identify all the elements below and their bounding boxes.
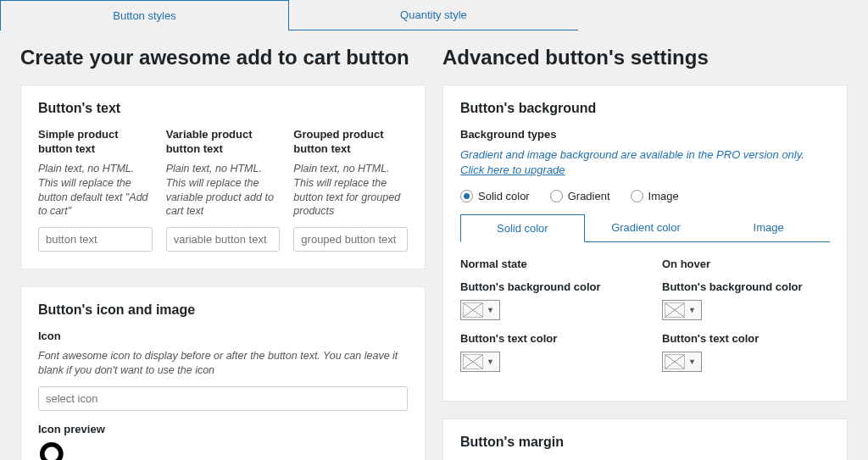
tab-button-styles[interactable]: Button styles	[0, 0, 289, 30]
card-buttons-text: Button's text Simple product button text…	[20, 85, 426, 269]
normal-text-color-picker[interactable]: ▼	[460, 352, 500, 372]
grouped-product-title: Grouped product button text	[293, 128, 408, 157]
hover-bg-color-label: Button's background color	[662, 280, 830, 293]
color-swatch-empty-icon	[665, 354, 685, 369]
magnifier-icon	[38, 441, 70, 460]
card-buttons-background: Button's background Background types Gra…	[442, 85, 848, 402]
background-type-radios: Solid color Gradient Image	[460, 190, 830, 202]
radio-label: Gradient	[568, 190, 610, 202]
normal-bg-color-picker[interactable]: ▼	[460, 300, 500, 320]
card-buttons-icon: Button's icon and image Icon Font awesom…	[20, 286, 426, 460]
svg-point-0	[42, 445, 61, 460]
icon-label: Icon	[38, 330, 408, 342]
radio-icon	[460, 190, 473, 202]
card-title-buttons-margin: Button's margin	[460, 435, 830, 450]
color-swatch-empty-icon	[463, 354, 483, 369]
normal-text-color-label: Button's text color	[460, 332, 628, 345]
grouped-product-desc: Plain text, no HTML. This will replace t…	[293, 162, 408, 219]
background-subtabs: Solid color Gradient color Image	[460, 214, 830, 242]
subtab-solid-color[interactable]: Solid color	[460, 214, 585, 242]
pro-notice: Gradient and image background are availa…	[460, 147, 830, 178]
radio-label: Solid color	[478, 190, 530, 202]
card-title-buttons-text: Button's text	[38, 101, 408, 116]
pro-notice-text: Gradient and image background are availa…	[460, 148, 804, 161]
radio-solid-color[interactable]: Solid color	[460, 190, 530, 202]
color-swatch-empty-icon	[665, 302, 685, 318]
normal-state-title: Normal state	[460, 258, 628, 270]
page-title-left: Create your awesome add to cart button	[20, 46, 426, 69]
icon-desc: Font awesome icon to display before or a…	[38, 349, 408, 378]
chevron-down-icon: ▼	[685, 357, 699, 366]
radio-label: Image	[648, 190, 679, 202]
tab-quantity-style[interactable]: Quantity style	[289, 0, 578, 30]
variable-product-input[interactable]	[166, 227, 281, 252]
variable-product-desc: Plain text, no HTML. This will replace t…	[166, 162, 281, 219]
chevron-down-icon: ▼	[685, 306, 699, 314]
normal-bg-color-label: Button's background color	[460, 280, 628, 293]
simple-product-title: Simple product button text	[38, 128, 153, 157]
hover-state-title: On hover	[662, 258, 830, 270]
page-title-right: Advanced button's settings	[442, 46, 848, 69]
radio-gradient[interactable]: Gradient	[550, 190, 610, 202]
hover-bg-color-picker[interactable]: ▼	[662, 300, 702, 320]
pro-upgrade-link[interactable]: Click here to upgrade	[460, 163, 565, 176]
subtab-image[interactable]: Image	[707, 214, 830, 241]
card-title-buttons-icon: Button's icon and image	[38, 302, 408, 318]
icon-preview-label: Icon preview	[38, 423, 408, 435]
top-tabs: Button styles Quantity style	[0, 0, 868, 30]
background-types-label: Background types	[460, 128, 830, 141]
card-title-buttons-background: Button's background	[460, 101, 830, 116]
radio-icon	[631, 190, 643, 202]
radio-image[interactable]: Image	[631, 190, 679, 202]
hover-text-color-label: Button's text color	[662, 332, 830, 345]
chevron-down-icon: ▼	[483, 306, 498, 314]
hover-text-color-picker[interactable]: ▼	[662, 352, 702, 372]
radio-icon	[550, 190, 563, 202]
simple-product-input[interactable]	[38, 227, 153, 252]
variable-product-title: Variable product button text	[166, 128, 281, 157]
icon-select-input[interactable]	[38, 386, 408, 411]
card-buttons-margin: Button's margin	[442, 418, 848, 460]
simple-product-desc: Plain text, no HTML. This will replace t…	[38, 162, 153, 219]
grouped-product-input[interactable]	[293, 227, 408, 252]
chevron-down-icon: ▼	[483, 357, 498, 366]
icon-preview	[38, 441, 408, 460]
subtab-gradient-color[interactable]: Gradient color	[585, 214, 708, 241]
color-swatch-empty-icon	[463, 302, 483, 318]
